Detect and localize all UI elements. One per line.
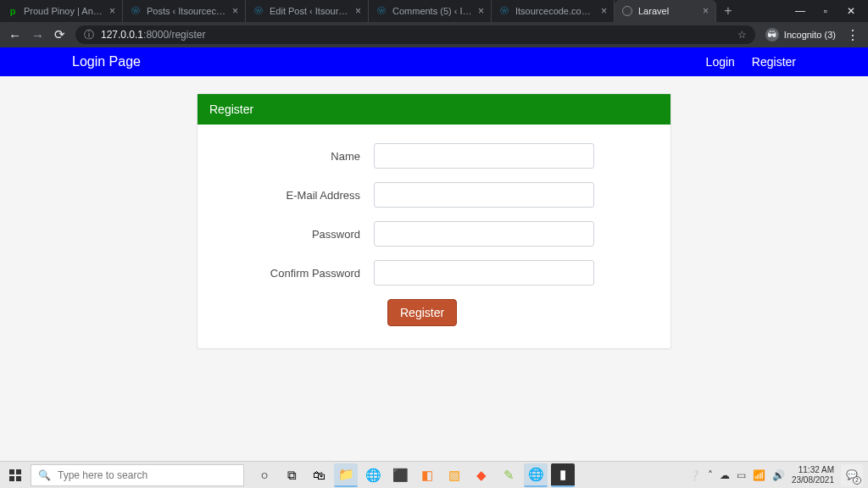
nav-link-login[interactable]: Login — [706, 55, 735, 69]
favicon-icon: ◌ — [621, 5, 633, 17]
url-path: /register — [169, 29, 205, 41]
clock-time: 11:32 AM — [792, 465, 834, 475]
search-icon: 🔍 — [38, 469, 51, 481]
battery-icon[interactable]: ▭ — [737, 469, 746, 481]
email-input[interactable] — [374, 182, 594, 208]
label-email: E-Mail Address — [221, 189, 374, 202]
incognito-icon: 🕶 — [765, 28, 779, 42]
name-input[interactable] — [374, 143, 594, 169]
favicon-icon: ⓦ — [376, 5, 387, 17]
close-icon[interactable]: × — [355, 5, 361, 17]
tab-2[interactable]: ⓦ Edit Post ‹ Itsourceco × — [246, 0, 369, 22]
address-bar[interactable]: ⓘ 127.0.0.1:8000/register ☆ — [75, 25, 755, 44]
nav-link-register[interactable]: Register — [752, 55, 796, 69]
notifications-icon[interactable]: 💬2 — [841, 464, 863, 486]
dropbox-icon[interactable]: ⬛ — [388, 463, 412, 487]
svg-rect-0 — [9, 469, 14, 474]
taskbar-clock[interactable]: 11:32 AM 23/08/2021 — [792, 465, 834, 485]
page-viewport: Login Page Login Register Register Name … — [0, 47, 868, 461]
tab-5[interactable]: ◌ Laravel × — [615, 0, 716, 22]
close-icon[interactable]: × — [601, 5, 607, 17]
xampp-icon[interactable]: ◧ — [415, 463, 439, 487]
notepadpp-icon[interactable]: ✎ — [497, 463, 520, 487]
label-name: Name — [221, 150, 374, 163]
maximize-icon[interactable]: ▫ — [821, 6, 831, 16]
tab-title: Posts ‹ Itsourcecode.co — [147, 6, 227, 16]
minimize-icon[interactable]: — — [795, 6, 805, 16]
back-icon[interactable]: ← — [8, 28, 21, 42]
windows-taskbar: 🔍 Type here to search ○ ⧉ 🛍 📁 🌐 ⬛ ◧ ▧ ◆ … — [0, 461, 868, 488]
cortana-icon[interactable]: ○ — [253, 463, 276, 487]
clock-date: 23/08/2021 — [792, 475, 834, 485]
reload-icon[interactable]: ⟳ — [54, 27, 65, 42]
favicon-icon: ⓦ — [130, 5, 142, 17]
tab-3[interactable]: ⓦ Comments (5) ‹ Itsour × — [369, 0, 492, 22]
help-icon[interactable]: ❔ — [688, 469, 701, 481]
svg-rect-1 — [16, 469, 21, 474]
url-host: 127.0.0.1 — [101, 29, 143, 41]
search-placeholder: Type here to search — [58, 469, 147, 481]
tab-title: Proud Pinoy | An Outle — [24, 6, 104, 16]
nav-brand[interactable]: Login Page — [72, 54, 141, 69]
confirm-password-input[interactable] — [374, 260, 594, 286]
svg-rect-3 — [16, 476, 21, 481]
taskview-icon[interactable]: ⧉ — [280, 463, 303, 487]
volume-icon[interactable]: 🔊 — [772, 469, 785, 481]
password-input[interactable] — [374, 221, 594, 247]
label-confirm: Confirm Password — [221, 267, 374, 280]
favicon-icon: ⓦ — [253, 5, 264, 17]
brave-icon[interactable]: ◆ — [470, 463, 493, 487]
chrome-icon[interactable]: 🌐 — [524, 463, 548, 487]
browser-menu-icon[interactable]: ⋮ — [846, 27, 860, 43]
label-password: Password — [221, 228, 374, 241]
info-icon: ⓘ — [84, 28, 94, 42]
register-button[interactable]: Register — [387, 299, 457, 326]
chrome-canary-icon[interactable]: 🌐 — [361, 463, 385, 487]
chevron-up-icon[interactable]: ˄ — [708, 469, 713, 481]
incognito-indicator[interactable]: 🕶 Incognito (3) — [765, 28, 836, 42]
explorer-icon[interactable]: 📁 — [334, 463, 358, 487]
close-window-icon[interactable]: ✕ — [846, 6, 856, 16]
tab-title: Itsourcecode.com | Wh — [515, 6, 596, 16]
taskbar-search[interactable]: 🔍 Type here to search — [31, 464, 244, 486]
close-icon[interactable]: × — [232, 5, 238, 17]
browser-tabstrip: p Proud Pinoy | An Outle × ⓦ Posts ‹ Its… — [0, 0, 868, 22]
favicon-icon: ⓦ — [498, 5, 510, 17]
close-icon[interactable]: × — [109, 5, 115, 17]
url-port: :8000 — [143, 29, 169, 41]
onedrive-icon[interactable]: ☁ — [720, 469, 730, 481]
wifi-icon[interactable]: 📶 — [753, 469, 765, 481]
favicon-icon: p — [7, 5, 19, 17]
tab-title: Edit Post ‹ Itsourceco — [270, 6, 350, 16]
terminal-icon[interactable]: ▮ — [551, 463, 575, 487]
sublime-icon[interactable]: ▧ — [442, 463, 466, 487]
browser-toolbar: ← → ⟳ ⓘ 127.0.0.1:8000/register ☆ 🕶 Inco… — [0, 22, 868, 47]
tab-4[interactable]: ⓦ Itsourcecode.com | Wh × — [492, 0, 615, 22]
site-navbar: Login Page Login Register — [0, 47, 868, 76]
close-icon[interactable]: × — [478, 5, 484, 17]
tab-1[interactable]: ⓦ Posts ‹ Itsourcecode.co × — [123, 0, 246, 22]
close-icon[interactable]: × — [703, 5, 709, 17]
incognito-label: Incognito (3) — [784, 30, 836, 40]
card-header: Register — [198, 94, 670, 125]
tab-title: Laravel — [638, 6, 698, 16]
start-button[interactable] — [0, 462, 31, 489]
bookmark-icon[interactable]: ☆ — [737, 29, 747, 41]
register-card: Register Name E-Mail Address Password Co… — [197, 93, 671, 349]
new-tab-button[interactable]: + — [716, 0, 740, 22]
svg-rect-2 — [9, 476, 14, 481]
store-icon[interactable]: 🛍 — [307, 463, 331, 487]
notif-badge: 2 — [853, 476, 861, 485]
forward-icon[interactable]: → — [31, 28, 44, 42]
tab-0[interactable]: p Proud Pinoy | An Outle × — [0, 0, 123, 22]
tab-title: Comments (5) ‹ Itsour — [392, 6, 473, 16]
